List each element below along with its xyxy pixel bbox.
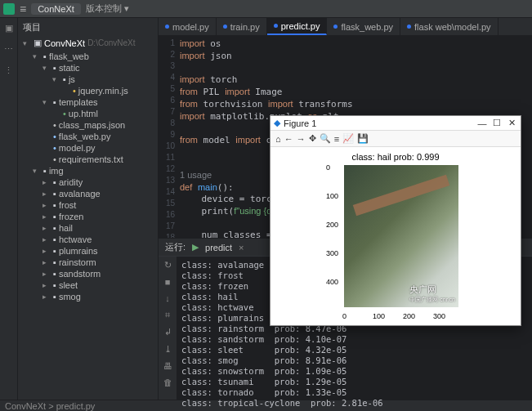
project-tool-icon[interactable]: ▣	[2, 21, 16, 34]
console-gutter: ↻ ■ ↓ ⌗ ↲ ⤓ 🖶 🗑	[159, 257, 177, 400]
tree-node[interactable]: ▸▪hctwave	[18, 234, 158, 245]
editor-tab[interactable]: flask_web.py	[327, 18, 400, 35]
close-run-icon[interactable]: ×	[239, 243, 244, 252]
sidebar-title: 项目	[23, 21, 41, 34]
tree-node[interactable]: ▸▪sleet	[18, 279, 158, 291]
project-selector[interactable]: ConNeXt	[31, 3, 81, 15]
structure-icon[interactable]: ⋯	[2, 42, 16, 56]
run-label: 运行:	[165, 241, 186, 253]
watermark: 央广网 中国广播网 cnr.cn	[409, 284, 455, 304]
tree-node[interactable]: ▾▪img	[18, 165, 158, 176]
tree-node[interactable]: ▸▪sandstorm	[18, 268, 158, 279]
editor-tab[interactable]: flask web\model.py	[400, 18, 498, 35]
breadcrumb[interactable]: ConvNeXt > predict.py	[5, 401, 95, 411]
xtick: 300	[433, 312, 445, 320]
editor-tab[interactable]: predict.py	[267, 18, 328, 35]
scroll-icon[interactable]: ⤓	[164, 344, 172, 355]
forward-icon[interactable]: →	[297, 134, 306, 144]
app-icon	[3, 3, 15, 15]
tree-node[interactable]: ▸▪smog	[18, 291, 158, 302]
figure-app-icon: ◆	[274, 118, 280, 128]
more-icon[interactable]: ⋮	[2, 64, 16, 77]
project-root[interactable]: ▾▣ ConvNeXt D:\ConvNeXt	[18, 37, 158, 49]
stop-icon[interactable]: ■	[165, 277, 171, 287]
close-button[interactable]: ✕	[506, 118, 517, 128]
ytick: 300	[326, 249, 338, 257]
tree-node[interactable]: ▾▪templates	[18, 96, 158, 108]
zoom-icon[interactable]: 🔍	[320, 133, 331, 144]
tree-node[interactable]: •up.html	[18, 108, 158, 119]
plot-image: 央广网 中国广播网 cnr.cn	[344, 165, 458, 307]
ytick: 200	[326, 221, 338, 229]
tree-node[interactable]: •requirements.txt	[18, 154, 158, 165]
figure-toolbar: ⌂ ← → ✥ 🔍 ≡ 📈 💾	[270, 131, 521, 147]
hamburger-icon[interactable]: ≡	[20, 2, 26, 16]
pan-icon[interactable]: ✥	[309, 133, 316, 144]
tree-node[interactable]: ▸▪frozen	[18, 211, 158, 222]
tree-node[interactable]: ▸▪hail	[18, 222, 158, 234]
editor-tab[interactable]: model.py	[159, 18, 217, 35]
tree-node[interactable]: ▸▪avalanage	[18, 188, 158, 199]
ytick: 400	[326, 278, 338, 286]
edit-icon[interactable]: 📈	[342, 133, 354, 144]
editor-tab[interactable]: train.py	[217, 18, 267, 35]
tree-node[interactable]: •model.py	[18, 142, 158, 154]
tree-node[interactable]: •jquery.min.js	[18, 85, 158, 96]
tree-node[interactable]: ▸▪plumrains	[18, 245, 158, 257]
run-play-icon[interactable]: ▶	[192, 242, 199, 252]
figure-canvas[interactable]: class: hail prob: 0.999 央广网 中国广播网 cnr.cn…	[270, 147, 521, 325]
vcs-menu[interactable]: 版本控制 ▾	[86, 2, 129, 15]
tree-node[interactable]: ▾▪js	[18, 74, 158, 85]
editor-tabs: model.pytrain.pypredict.pyflask_web.pyfl…	[159, 18, 532, 36]
title-bar: ≡ ConNeXt 版本控制 ▾	[0, 0, 532, 18]
plot-title: class: hail prob: 0.999	[270, 152, 521, 162]
xtick: 0	[342, 312, 346, 320]
ytick: 100	[326, 192, 338, 200]
home-icon[interactable]: ⌂	[275, 134, 281, 144]
project-sidebar: 项目 ▾▣ ConvNeXt D:\ConvNeXt ▾▪flask_web▾▪…	[18, 18, 159, 400]
figure-title: Figure 1	[284, 118, 316, 128]
tree-node[interactable]: ▸▪aridity	[18, 176, 158, 188]
tree-node[interactable]: •class_maps.json	[18, 119, 158, 131]
tree-node[interactable]: ▾▪flask_web	[18, 51, 158, 62]
minimize-button[interactable]: —	[476, 118, 488, 128]
sidebar-header[interactable]: 项目	[18, 18, 158, 37]
maximize-button[interactable]: ☐	[491, 118, 503, 128]
save-icon[interactable]: 💾	[357, 133, 369, 144]
tree-node[interactable]: ▸▪rainstorm	[18, 257, 158, 268]
tree-node[interactable]: ▸▪frost	[18, 199, 158, 211]
wrap-icon[interactable]: ↲	[164, 327, 172, 337]
xtick: 100	[373, 312, 385, 320]
tree-node[interactable]: •flask_web.py	[18, 131, 158, 142]
down-icon[interactable]: ↓	[165, 293, 170, 303]
back-icon[interactable]: ←	[284, 134, 293, 144]
activity-bar: ▣ ⋯ ⋮	[0, 18, 18, 400]
print-icon[interactable]: 🖶	[163, 361, 172, 371]
filter-icon[interactable]: ⌗	[165, 310, 170, 320]
figure-titlebar[interactable]: ◆ Figure 1 — ☐ ✕	[270, 116, 521, 131]
tree-node[interactable]: ▾▪static	[18, 62, 158, 74]
xtick: 200	[403, 312, 415, 320]
subplots-icon[interactable]: ≡	[334, 134, 339, 144]
trash-icon[interactable]: 🗑	[163, 377, 172, 387]
figure-window[interactable]: ◆ Figure 1 — ☐ ✕ ⌂ ← → ✥ 🔍 ≡ 📈 💾 class: …	[270, 115, 521, 326]
run-config[interactable]: predict	[205, 243, 232, 252]
ytick: 0	[326, 163, 330, 172]
rerun-icon[interactable]: ↻	[164, 260, 172, 270]
